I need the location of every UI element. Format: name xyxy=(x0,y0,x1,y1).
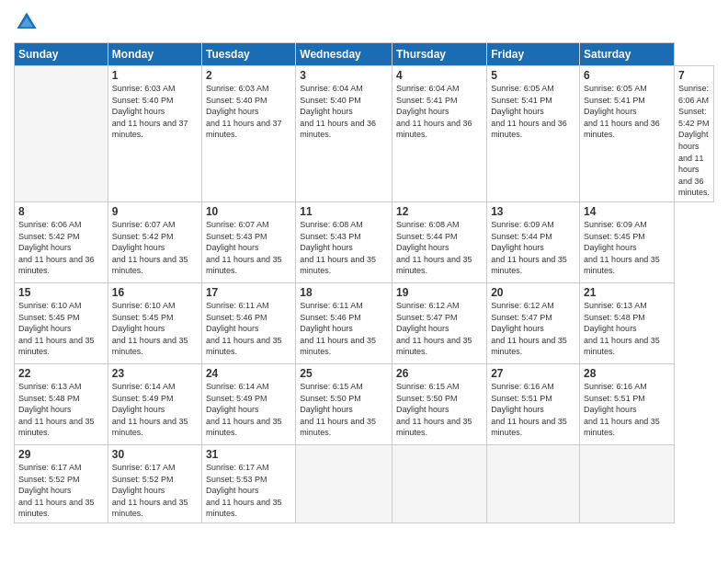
day-info: Sunrise: 6:08 AMSunset: 5:44 PMDaylight … xyxy=(396,219,483,277)
calendar-week-3: 22Sunrise: 6:13 AMSunset: 5:48 PMDayligh… xyxy=(15,363,714,444)
day-number: 11 xyxy=(300,205,388,218)
day-info: Sunrise: 6:15 AMSunset: 5:50 PMDaylight … xyxy=(300,381,388,439)
calendar-cell xyxy=(296,444,392,523)
day-number: 22 xyxy=(18,367,104,380)
day-number: 4 xyxy=(396,69,483,82)
day-number: 1 xyxy=(112,69,198,82)
day-number: 27 xyxy=(491,367,575,380)
calendar-cell: 30Sunrise: 6:17 AMSunset: 5:52 PMDayligh… xyxy=(108,444,201,523)
day-number: 15 xyxy=(18,286,104,299)
page: SundayMondayTuesdayWednesdayThursdayFrid… xyxy=(0,0,728,563)
day-number: 28 xyxy=(584,367,670,380)
day-number: 31 xyxy=(206,448,291,461)
calendar-cell: 11Sunrise: 6:08 AMSunset: 5:43 PMDayligh… xyxy=(296,201,392,282)
calendar-cell: 4Sunrise: 6:04 AMSunset: 5:41 PMDaylight… xyxy=(392,66,486,202)
day-number: 26 xyxy=(396,367,483,380)
day-number: 20 xyxy=(491,286,575,299)
calendar-cell: 12Sunrise: 6:08 AMSunset: 5:44 PMDayligh… xyxy=(392,201,486,282)
day-number: 9 xyxy=(112,205,198,218)
calendar-cell: 26Sunrise: 6:15 AMSunset: 5:50 PMDayligh… xyxy=(392,363,486,444)
day-info: Sunrise: 6:07 AMSunset: 5:42 PMDaylight … xyxy=(112,219,198,277)
calendar-week-1: 8Sunrise: 6:06 AMSunset: 5:42 PMDaylight… xyxy=(15,201,714,282)
day-header-tuesday: Tuesday xyxy=(201,43,295,66)
calendar-cell: 5Sunrise: 6:05 AMSunset: 5:41 PMDaylight… xyxy=(487,66,580,202)
header xyxy=(14,9,714,35)
day-info: Sunrise: 6:12 AMSunset: 5:47 PMDaylight … xyxy=(491,300,575,358)
calendar-cell: 13Sunrise: 6:09 AMSunset: 5:44 PMDayligh… xyxy=(487,201,580,282)
day-info: Sunrise: 6:17 AMSunset: 5:52 PMDaylight … xyxy=(18,462,104,520)
day-info: Sunrise: 6:03 AMSunset: 5:40 PMDaylight … xyxy=(206,83,291,141)
calendar-cell xyxy=(487,444,580,523)
calendar-cell: 28Sunrise: 6:16 AMSunset: 5:51 PMDayligh… xyxy=(580,363,675,444)
day-info: Sunrise: 6:09 AMSunset: 5:44 PMDaylight … xyxy=(491,219,575,277)
calendar-body: 1Sunrise: 6:03 AMSunset: 5:40 PMDaylight… xyxy=(15,66,714,523)
day-info: Sunrise: 6:17 AMSunset: 5:52 PMDaylight … xyxy=(112,462,198,520)
calendar-cell: 1Sunrise: 6:03 AMSunset: 5:40 PMDaylight… xyxy=(108,66,201,202)
calendar-cell: 31Sunrise: 6:17 AMSunset: 5:53 PMDayligh… xyxy=(201,444,295,523)
day-info: Sunrise: 6:16 AMSunset: 5:51 PMDaylight … xyxy=(491,381,575,439)
day-number: 19 xyxy=(396,286,483,299)
day-info: Sunrise: 6:09 AMSunset: 5:45 PMDaylight … xyxy=(584,219,670,277)
calendar-cell: 17Sunrise: 6:11 AMSunset: 5:46 PMDayligh… xyxy=(201,282,295,363)
calendar-cell: 15Sunrise: 6:10 AMSunset: 5:45 PMDayligh… xyxy=(15,282,108,363)
calendar-cell xyxy=(15,66,108,202)
day-info: Sunrise: 6:10 AMSunset: 5:45 PMDaylight … xyxy=(112,300,198,358)
calendar-cell: 10Sunrise: 6:07 AMSunset: 5:43 PMDayligh… xyxy=(201,201,295,282)
calendar-week-4: 29Sunrise: 6:17 AMSunset: 5:52 PMDayligh… xyxy=(15,444,714,523)
day-info: Sunrise: 6:13 AMSunset: 5:48 PMDaylight … xyxy=(584,300,670,358)
day-info: Sunrise: 6:06 AMSunset: 5:42 PMDaylight … xyxy=(678,83,710,199)
calendar-cell: 16Sunrise: 6:10 AMSunset: 5:45 PMDayligh… xyxy=(108,282,201,363)
calendar-cell: 25Sunrise: 6:15 AMSunset: 5:50 PMDayligh… xyxy=(296,363,392,444)
day-info: Sunrise: 6:06 AMSunset: 5:42 PMDaylight … xyxy=(18,219,104,277)
day-number: 30 xyxy=(112,448,198,461)
calendar: SundayMondayTuesdayWednesdayThursdayFrid… xyxy=(14,42,714,523)
calendar-cell: 23Sunrise: 6:14 AMSunset: 5:49 PMDayligh… xyxy=(108,363,201,444)
calendar-cell: 21Sunrise: 6:13 AMSunset: 5:48 PMDayligh… xyxy=(580,282,675,363)
calendar-cell: 6Sunrise: 6:05 AMSunset: 5:41 PMDaylight… xyxy=(580,66,675,202)
day-header-saturday: Saturday xyxy=(580,43,675,66)
calendar-cell: 18Sunrise: 6:11 AMSunset: 5:46 PMDayligh… xyxy=(296,282,392,363)
day-info: Sunrise: 6:11 AMSunset: 5:46 PMDaylight … xyxy=(300,300,388,358)
day-number: 16 xyxy=(112,286,198,299)
day-info: Sunrise: 6:04 AMSunset: 5:40 PMDaylight … xyxy=(300,83,388,141)
day-info: Sunrise: 6:03 AMSunset: 5:40 PMDaylight … xyxy=(112,83,198,141)
day-number: 25 xyxy=(300,367,388,380)
day-header-friday: Friday xyxy=(487,43,580,66)
day-info: Sunrise: 6:07 AMSunset: 5:43 PMDaylight … xyxy=(206,219,291,277)
calendar-cell: 22Sunrise: 6:13 AMSunset: 5:48 PMDayligh… xyxy=(15,363,108,444)
day-number: 13 xyxy=(491,205,575,218)
calendar-week-2: 15Sunrise: 6:10 AMSunset: 5:45 PMDayligh… xyxy=(15,282,714,363)
day-number: 29 xyxy=(18,448,104,461)
calendar-cell: 20Sunrise: 6:12 AMSunset: 5:47 PMDayligh… xyxy=(487,282,580,363)
day-info: Sunrise: 6:05 AMSunset: 5:41 PMDaylight … xyxy=(584,83,670,141)
day-info: Sunrise: 6:14 AMSunset: 5:49 PMDaylight … xyxy=(112,381,198,439)
day-number: 24 xyxy=(206,367,291,380)
calendar-cell: 3Sunrise: 6:04 AMSunset: 5:40 PMDaylight… xyxy=(296,66,392,202)
day-info: Sunrise: 6:13 AMSunset: 5:48 PMDaylight … xyxy=(18,381,104,439)
calendar-week-0: 1Sunrise: 6:03 AMSunset: 5:40 PMDaylight… xyxy=(15,66,714,202)
day-header-sunday: Sunday xyxy=(15,43,108,66)
day-info: Sunrise: 6:08 AMSunset: 5:43 PMDaylight … xyxy=(300,219,388,277)
calendar-cell: 8Sunrise: 6:06 AMSunset: 5:42 PMDaylight… xyxy=(15,201,108,282)
day-info: Sunrise: 6:15 AMSunset: 5:50 PMDaylight … xyxy=(396,381,483,439)
calendar-cell: 24Sunrise: 6:14 AMSunset: 5:49 PMDayligh… xyxy=(201,363,295,444)
logo xyxy=(14,9,43,35)
day-number: 7 xyxy=(678,69,710,82)
day-number: 17 xyxy=(206,286,291,299)
day-info: Sunrise: 6:17 AMSunset: 5:53 PMDaylight … xyxy=(206,462,291,520)
day-info: Sunrise: 6:11 AMSunset: 5:46 PMDaylight … xyxy=(206,300,291,358)
day-info: Sunrise: 6:04 AMSunset: 5:41 PMDaylight … xyxy=(396,83,483,141)
day-number: 18 xyxy=(300,286,388,299)
day-info: Sunrise: 6:16 AMSunset: 5:51 PMDaylight … xyxy=(584,381,670,439)
day-number: 10 xyxy=(206,205,291,218)
day-number: 23 xyxy=(112,367,198,380)
day-info: Sunrise: 6:10 AMSunset: 5:45 PMDaylight … xyxy=(18,300,104,358)
day-info: Sunrise: 6:12 AMSunset: 5:47 PMDaylight … xyxy=(396,300,483,358)
calendar-cell: 2Sunrise: 6:03 AMSunset: 5:40 PMDaylight… xyxy=(201,66,295,202)
calendar-cell: 27Sunrise: 6:16 AMSunset: 5:51 PMDayligh… xyxy=(487,363,580,444)
day-header-monday: Monday xyxy=(108,43,201,66)
day-number: 14 xyxy=(584,205,670,218)
calendar-cell: 19Sunrise: 6:12 AMSunset: 5:47 PMDayligh… xyxy=(392,282,486,363)
day-number: 3 xyxy=(300,69,388,82)
day-header-wednesday: Wednesday xyxy=(296,43,392,66)
